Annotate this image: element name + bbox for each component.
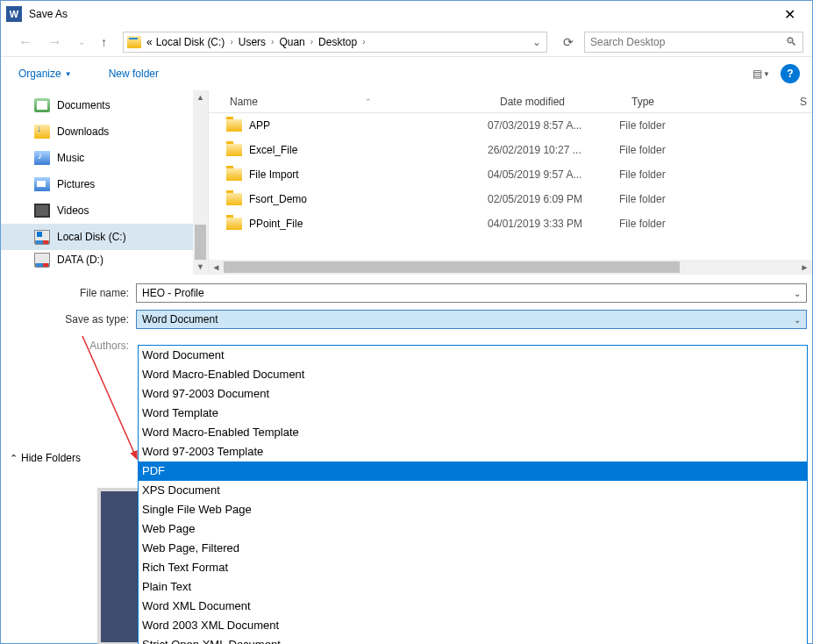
tree-item-label: Local Disk (C:) <box>57 231 126 243</box>
type-option[interactable]: Single File Web Page <box>139 500 807 519</box>
scroll-left-icon[interactable]: ◄ <box>209 260 224 275</box>
forward-button[interactable]: → <box>43 32 68 52</box>
chevron-right-icon: › <box>359 37 368 47</box>
pics-icon <box>34 177 50 191</box>
dl-icon <box>34 125 50 139</box>
disk-icon <box>34 253 50 267</box>
nav-row: ← → ⌄ ↑ « Local Disk (C:) › Users › Quan… <box>1 27 812 57</box>
vids-icon <box>34 204 50 218</box>
up-button[interactable]: ↑ <box>96 33 112 51</box>
tree-item-downloads[interactable]: Downloads <box>1 118 208 145</box>
type-option[interactable]: Strict Open XML Document <box>139 635 807 644</box>
tree-item-videos[interactable]: Videos <box>1 197 208 224</box>
type-option[interactable]: Word Document <box>139 346 807 365</box>
breadcrumb-prefix: « <box>145 36 154 48</box>
type-option[interactable]: Word 97-2003 Document <box>139 384 807 404</box>
saveastype-options-list[interactable]: Word DocumentWord Macro-Enabled Document… <box>138 345 808 644</box>
type-option[interactable]: Word XML Document <box>139 597 807 616</box>
scroll-thumb[interactable] <box>224 261 680 273</box>
breadcrumb-part[interactable]: Desktop <box>317 36 359 48</box>
type-option[interactable]: Rich Text Format <box>139 558 807 577</box>
hide-folders-button[interactable]: ⌃ Hide Folders <box>10 452 81 464</box>
breadcrumb-part[interactable]: Users <box>237 36 267 48</box>
file-hscrollbar[interactable]: ◄ ► <box>209 260 812 275</box>
file-type: File folder <box>619 193 666 205</box>
help-button[interactable]: ? <box>781 64 800 83</box>
breadcrumb-part[interactable]: Local Disk (C:) <box>154 36 227 48</box>
tree-item-local-disk-c-[interactable]: Local Disk (C:) <box>1 224 208 250</box>
sort-asc-icon: ⌃ <box>365 97 372 106</box>
file-type: File folder <box>619 168 666 181</box>
saveastype-label: Save as type: <box>1 313 136 326</box>
chevron-down-icon: ▼ <box>763 70 770 78</box>
tree-item-music[interactable]: Music <box>1 145 208 171</box>
type-option[interactable]: Web Page, Filtered <box>139 539 807 558</box>
scroll-down-icon[interactable]: ▼ <box>193 260 208 275</box>
file-name: File Import <box>249 168 488 181</box>
window-title: Save As <box>29 8 68 20</box>
file-type: File folder <box>619 119 666 132</box>
column-headers: Name ⌃ Date modified Type S <box>209 90 812 113</box>
file-row[interactable]: Fsort_Demo02/05/2019 6:09 PMFile folder <box>209 187 812 211</box>
drive-icon <box>127 36 141 48</box>
tree-item-label: DATA (D:) <box>57 254 103 266</box>
chevron-up-icon: ⌃ <box>10 453 18 464</box>
search-box[interactable]: 🔍︎ <box>584 32 803 53</box>
refresh-button[interactable]: ⟳ <box>558 35 579 49</box>
scroll-thumb[interactable] <box>195 225 206 260</box>
disk-icon <box>34 230 50 244</box>
tree-item-data-d-[interactable]: DATA (D:) <box>1 250 208 269</box>
saveastype-dropdown[interactable]: Word Document ⌄ <box>136 310 807 329</box>
search-input[interactable] <box>590 36 786 48</box>
type-option[interactable]: Word 97-2003 Template <box>139 442 807 462</box>
docs-icon <box>34 98 50 112</box>
word-app-icon: W <box>6 6 22 22</box>
tree-item-pictures[interactable]: Pictures <box>1 171 208 197</box>
file-name: Fsort_Demo <box>249 193 488 205</box>
type-option[interactable]: Word Macro-Enabled Document <box>139 365 807 384</box>
tree-item-documents[interactable]: Documents <box>1 92 208 118</box>
save-as-dialog: W Save As ✕ ← → ⌄ ↑ « Local Disk (C:) › … <box>0 0 813 644</box>
file-name: PPoint_File <box>249 218 488 230</box>
breadcrumb-part[interactable]: Quan <box>277 36 306 48</box>
back-button[interactable]: ← <box>13 32 38 52</box>
search-icon[interactable]: 🔍︎ <box>786 35 797 48</box>
close-button[interactable]: ✕ <box>772 6 807 23</box>
type-option[interactable]: Word Template <box>139 404 807 423</box>
type-option[interactable]: XPS Document <box>139 481 807 500</box>
type-option[interactable]: PDF <box>139 462 807 481</box>
tree-scrollbar[interactable]: ▲ ▼ <box>193 90 208 275</box>
filename-label: File name: <box>1 287 136 299</box>
column-date[interactable]: Date modified <box>489 96 621 108</box>
type-option[interactable]: Word 2003 XML Document <box>139 616 807 635</box>
view-mode-button[interactable]: ▤ ▼ <box>752 68 770 80</box>
type-option[interactable]: Word Macro-Enabled Template <box>139 423 807 442</box>
file-name: APP <box>249 119 488 132</box>
file-row[interactable]: PPoint_File04/01/2019 3:33 PMFile folder <box>209 211 812 236</box>
filename-input[interactable]: HEO - Profile ⌄ <box>136 283 807 303</box>
file-date: 26/02/2019 10:27 ... <box>488 144 619 156</box>
file-row[interactable]: Excel_File26/02/2019 10:27 ...File folde… <box>209 138 812 162</box>
breadcrumb[interactable]: « Local Disk (C:) › Users › Quan › Deskt… <box>123 32 547 53</box>
column-type[interactable]: Type <box>621 96 795 108</box>
chevron-down-icon[interactable]: ⌄ <box>794 289 801 298</box>
scroll-up-icon[interactable]: ▲ <box>193 90 208 105</box>
column-size[interactable]: S <box>795 96 812 108</box>
recent-dropdown-icon[interactable]: ⌄ <box>73 35 90 48</box>
type-option[interactable]: Web Page <box>139 519 807 539</box>
type-option[interactable]: Plain Text <box>139 577 807 597</box>
file-row[interactable]: File Import04/05/2019 9:57 A...File fold… <box>209 162 812 187</box>
file-row[interactable]: APP07/03/2019 8:57 A...File folder <box>209 113 812 138</box>
chevron-down-icon: ▼ <box>65 70 72 78</box>
organize-button[interactable]: Organize ▼ <box>13 64 77 83</box>
chevron-down-icon[interactable]: ⌄ <box>794 315 801 325</box>
new-folder-button[interactable]: New folder <box>103 64 164 83</box>
file-date: 02/05/2019 6:09 PM <box>488 193 619 205</box>
file-list-pane: Name ⌃ Date modified Type S APP07/03/201… <box>208 90 812 275</box>
column-name[interactable]: Name ⌃ <box>209 96 489 108</box>
folder-icon <box>226 218 242 230</box>
authors-label: Authors: <box>1 340 136 352</box>
scroll-right-icon[interactable]: ► <box>797 260 812 275</box>
path-dropdown-icon[interactable]: ⌄ <box>531 36 543 48</box>
chevron-right-icon: › <box>267 37 277 47</box>
